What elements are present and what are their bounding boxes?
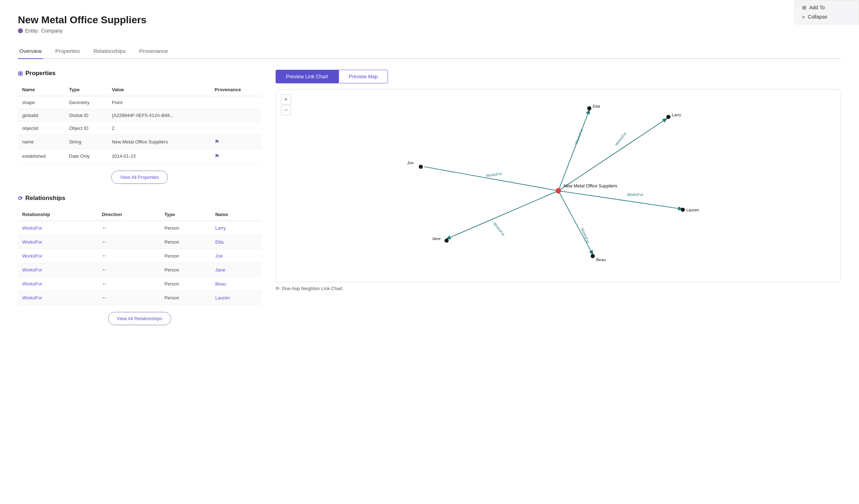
collapse-button[interactable]: » Collapse [802,14,851,20]
entity-label-text: Entity: [25,28,39,34]
zoom-out-button[interactable]: − [281,105,291,115]
rel-type: Person [160,263,211,277]
rel-relationship: WorksFor [18,249,97,263]
rel-relationship: WorksFor [18,291,97,305]
tab-overview[interactable]: Overview [18,44,43,59]
two-col-layout: ⊞ Properties Name Type Value Provenance … [18,70,841,332]
node-larry-label: Larry [672,113,681,117]
relationships-section-title: ⟳ Relationships [18,195,261,202]
main-content: New Metal Office Suppliers Entity: Compa… [0,0,859,504]
preview-toggle: Preview Link Chart Preview Map [276,70,841,83]
table-row: WorksFor ← Person Beau [18,277,261,291]
prop-provenance: ⚑ [210,135,261,149]
chart-container: + − [276,89,841,282]
edge-label-lauren: WorksFor [627,192,644,197]
rel-name: Lauren [211,291,261,305]
tab-relationships[interactable]: Relationships [92,44,127,59]
prop-value: {A228944F-0EF5-412A-B48... [107,109,210,122]
table-row: established Date Only 2014-01-23 ⚑ [18,149,261,163]
col-provenance: Provenance [210,83,261,96]
node-joe-label: Joe [407,161,414,165]
prop-name: shape [18,96,65,109]
table-row: WorksFor ← Person Etta [18,235,261,249]
prop-provenance: ⚑ [210,149,261,163]
prop-name: established [18,149,65,163]
relationships-table: Relationship Direction Type Name WorksFo… [18,208,261,305]
collapse-icon: » [802,14,805,20]
table-row: WorksFor ← Person Jane [18,263,261,277]
rel-direction: ← [97,221,160,235]
rel-name: Joe [211,249,261,263]
edge-label-etta: WorksFor [574,128,584,145]
table-row: WorksFor ← Person Larry [18,221,261,235]
rel-name: Jane [211,263,261,277]
left-column: ⊞ Properties Name Type Value Provenance … [18,70,261,332]
tab-properties[interactable]: Properties [54,44,81,59]
add-to-label: Add To [809,5,825,10]
tabs-bar: Overview Properties Relationships Proven… [18,44,841,59]
rel-relationship: WorksFor [18,235,97,249]
entity-dot-icon [18,28,23,33]
center-node[interactable] [555,188,561,194]
edge-larry [558,119,667,191]
add-to-button[interactable]: ⊞ Add To [802,5,851,10]
rel-name: Beau [211,277,261,291]
rel-direction: ← [97,291,160,305]
rel-direction: ← [97,263,160,277]
col-type: Type [65,83,107,96]
link-chart-svg: WorksFor WorksFor WorksFor WorksFor Work… [276,89,841,282]
preview-map-button[interactable]: Preview Map [339,70,388,83]
prop-name: globalid [18,109,65,122]
node-lauren-label: Lauren [686,208,699,212]
edge-joe [424,167,558,191]
entity-type-text: Company [41,28,63,34]
rel-relationship: WorksFor [18,263,97,277]
prop-value: New Metal Office Suppliers [107,135,210,149]
edge-label-jane: WorksFor [492,221,506,237]
prop-value: Point [107,96,210,109]
rel-type: Person [160,277,211,291]
rel-col-direction: Direction [97,208,160,221]
prop-type: Object ID [65,122,107,135]
node-beau-label: Beau [596,258,606,262]
center-node-label: New Metal Office Suppliers [563,184,617,189]
table-row: name String New Metal Office Suppliers ⚑ [18,135,261,149]
node-lauren[interactable] [681,207,685,212]
rel-type: Person [160,291,211,305]
rel-relationship: WorksFor [18,221,97,235]
chart-controls: + − [281,94,291,115]
edge-lauren [558,191,682,209]
prop-provenance [210,96,261,109]
prop-name: name [18,135,65,149]
table-row: globalid Global ID {A228944F-0EF5-412A-B… [18,109,261,122]
rel-direction: ← [97,249,160,263]
properties-table: Name Type Value Provenance shape Geometr… [18,83,261,163]
prop-name: objectid [18,122,65,135]
properties-icon: ⊞ [18,70,23,77]
node-joe[interactable] [419,165,423,169]
view-all-properties-button[interactable]: View All Properties [111,171,168,184]
relationships-icon: ⟳ [18,195,23,202]
preview-link-chart-button[interactable]: Preview Link Chart [276,70,339,83]
properties-title-text: Properties [25,70,55,77]
node-jane[interactable] [445,239,449,243]
node-beau[interactable] [591,254,595,258]
right-column: Preview Link Chart Preview Map + − [276,70,841,332]
tab-provenance[interactable]: Provenance [138,44,169,59]
zoom-in-button[interactable]: + [281,94,291,104]
node-etta-label: Etta [593,104,600,108]
prop-provenance [210,109,261,122]
node-larry[interactable] [666,115,671,119]
rel-direction: ← [97,277,160,291]
collapse-label: Collapse [808,14,827,20]
rel-name: Larry [211,221,261,235]
page-container: ⊞ Add To » Collapse New Metal Office Sup… [0,0,859,504]
col-name: Name [18,83,65,96]
rel-name: Etta [211,235,261,249]
table-row: WorksFor ← Person Joe [18,249,261,263]
node-etta[interactable] [587,106,592,111]
edge-label-joe: WorksFor [486,171,503,178]
add-to-icon: ⊞ [802,5,806,10]
view-all-relationships-button[interactable]: View All Relationships [108,312,171,325]
rel-type: Person [160,221,211,235]
